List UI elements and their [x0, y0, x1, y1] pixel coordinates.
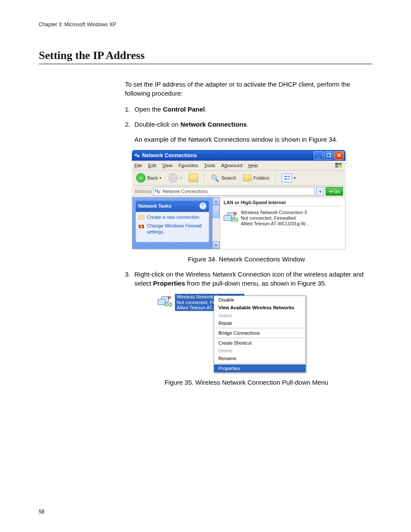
- wireless-connection-icon: ✕ ((ı)): [158, 294, 172, 307]
- menu-view[interactable]: View: [162, 163, 173, 168]
- sidebar-scrollbar[interactable]: ▴ ▾: [212, 197, 220, 249]
- step-1-text-c: .: [205, 106, 206, 113]
- menu-file[interactable]: File: [134, 163, 142, 168]
- tasks-header[interactable]: Network Tasks ˄: [136, 201, 209, 212]
- step-2-text-a: Double-click on: [134, 121, 181, 128]
- step-1-bold: Control Panel: [163, 106, 205, 113]
- menu-separator: [216, 338, 304, 338]
- dropdown-icon: ▾: [159, 176, 162, 180]
- step-2: 2. Double-click on Network Connections.: [125, 120, 368, 129]
- toolbar: ← Back ▾ → ▾ 🔍 Search Fold: [132, 171, 346, 186]
- menu-bridge[interactable]: Bridge Connections: [214, 329, 305, 337]
- svg-point-12: [140, 225, 143, 228]
- close-button[interactable]: ✕: [334, 151, 344, 160]
- svg-rect-1: [137, 155, 140, 157]
- menu-delete: Delete: [214, 347, 305, 355]
- address-label: Address: [134, 189, 152, 194]
- menu-separator: [216, 328, 304, 328]
- dropdown-icon: ▾: [294, 176, 296, 180]
- svg-rect-9: [140, 217, 143, 218]
- address-value: Network Connections: [162, 189, 208, 194]
- task-create-connection[interactable]: Create a new connection: [138, 215, 206, 221]
- views-button[interactable]: ▾: [280, 173, 298, 183]
- menu-shortcut[interactable]: Create Shortcut: [214, 339, 305, 347]
- step-3-number: 3.: [125, 270, 134, 288]
- up-dir-icon: [189, 174, 198, 182]
- forward-button[interactable]: → ▾: [167, 172, 184, 184]
- menu-properties[interactable]: Properties: [214, 364, 305, 372]
- connections-area: LAN or High-Speed Internet ✕ ((ı)) Wirel…: [220, 197, 345, 249]
- connection-item[interactable]: ✕ ((ı)) Wireless Network Connection 3 No…: [224, 210, 342, 227]
- task-firewall-settings[interactable]: Change Windows Firewall settings: [138, 223, 206, 235]
- step-2-subtext: An example of the Network Connections wi…: [134, 135, 368, 144]
- menu-tools[interactable]: Tools: [204, 163, 215, 168]
- figure-35-menu: ✕ ((ı)) Wireless Network Connection 3 No…: [158, 294, 313, 373]
- menu-rename[interactable]: Rename: [214, 355, 305, 362]
- menu-edit[interactable]: Edit: [148, 163, 156, 168]
- svg-rect-7: [157, 191, 160, 193]
- menu-separator: [216, 363, 304, 364]
- section-title: Setting the IP Address: [39, 49, 372, 64]
- folders-label: Folders: [253, 175, 269, 180]
- address-input[interactable]: Network Connections: [153, 187, 314, 196]
- new-connection-icon: [138, 215, 144, 221]
- tasks-header-label: Network Tasks: [138, 203, 171, 208]
- page-number: 58: [39, 509, 44, 515]
- context-menu: Disable View Available Wireless Networks…: [214, 296, 306, 373]
- menu-disable[interactable]: Disable: [214, 296, 305, 304]
- firewall-icon: [138, 223, 144, 229]
- address-bar: Address Network Connections ▾ ➔ Go: [132, 186, 346, 197]
- wireless-signal-icon: ((ı)): [165, 302, 172, 307]
- step-1-number: 1.: [125, 105, 134, 114]
- task-create-connection-label: Create a new connection: [147, 215, 199, 221]
- svg-rect-4: [335, 165, 338, 168]
- back-icon: ←: [136, 173, 146, 183]
- menu-help[interactable]: Help: [248, 163, 258, 168]
- disconnected-x-icon: ✕: [233, 211, 237, 217]
- scroll-thumb[interactable]: [212, 205, 220, 218]
- maximize-button[interactable]: ❐: [324, 151, 333, 160]
- wireless-connection-icon: ✕ ((ı)): [224, 210, 238, 222]
- views-icon: [282, 174, 292, 182]
- svg-rect-3: [339, 163, 342, 165]
- dropdown-icon: ▾: [180, 176, 182, 180]
- window-title: Network Connections: [142, 152, 197, 159]
- wireless-signal-icon: ((ı)): [230, 217, 238, 222]
- search-icon: 🔍: [211, 174, 219, 182]
- forward-icon: →: [168, 173, 178, 183]
- back-button[interactable]: ← Back ▾: [134, 172, 163, 184]
- minimize-button[interactable]: _: [314, 151, 323, 160]
- go-label: Go: [333, 189, 340, 194]
- step-1: 1. Open the Control Panel.: [125, 105, 368, 114]
- address-icon: [155, 188, 161, 194]
- menu-repair[interactable]: Repair: [214, 319, 305, 327]
- step-3-text-c: from the pull-down menu, as shown in Fig…: [185, 280, 327, 287]
- up-button[interactable]: [187, 173, 200, 183]
- search-label: Search: [221, 175, 236, 180]
- step-2-text-c: .: [247, 121, 249, 128]
- scroll-up-icon[interactable]: ▴: [212, 197, 220, 205]
- task-firewall-settings-label: Change Windows Firewall settings: [147, 223, 206, 235]
- address-dropdown[interactable]: ▾: [316, 187, 324, 196]
- go-button[interactable]: ➔ Go: [326, 187, 343, 196]
- step-2-bold: Network Connections: [181, 121, 247, 128]
- intro-paragraph: To set the IP address of the adapter or …: [125, 80, 368, 98]
- group-header: LAN or High-Speed Internet: [224, 200, 342, 206]
- search-button[interactable]: 🔍 Search: [209, 173, 238, 183]
- running-header: Chapter 3: Microsoft Windows XP: [39, 22, 372, 28]
- folders-icon: [243, 174, 252, 181]
- figure-35-caption: Figure 35. Wireless Network Connection P…: [125, 379, 368, 386]
- app-icon: [134, 152, 140, 159]
- menu-view-networks[interactable]: View Available Wireless Networks: [214, 304, 305, 311]
- separator: [275, 173, 276, 183]
- menu-advanced[interactable]: Advanced: [221, 163, 242, 168]
- scroll-track[interactable]: [212, 218, 220, 241]
- step-3: 3. Right-click on the Wireless Network C…: [125, 270, 368, 288]
- collapse-icon: ˄: [199, 202, 206, 209]
- folders-button[interactable]: Folders: [241, 174, 271, 182]
- disconnected-x-icon: ✕: [167, 295, 171, 301]
- scroll-down-icon[interactable]: ▾: [212, 241, 220, 249]
- connection-device: Allied Telesyn AT-WCU201g W...: [241, 221, 309, 227]
- menu-favorites[interactable]: Favorites: [178, 163, 198, 168]
- network-tasks-card: Network Tasks ˄ Create a new connection …: [136, 201, 209, 242]
